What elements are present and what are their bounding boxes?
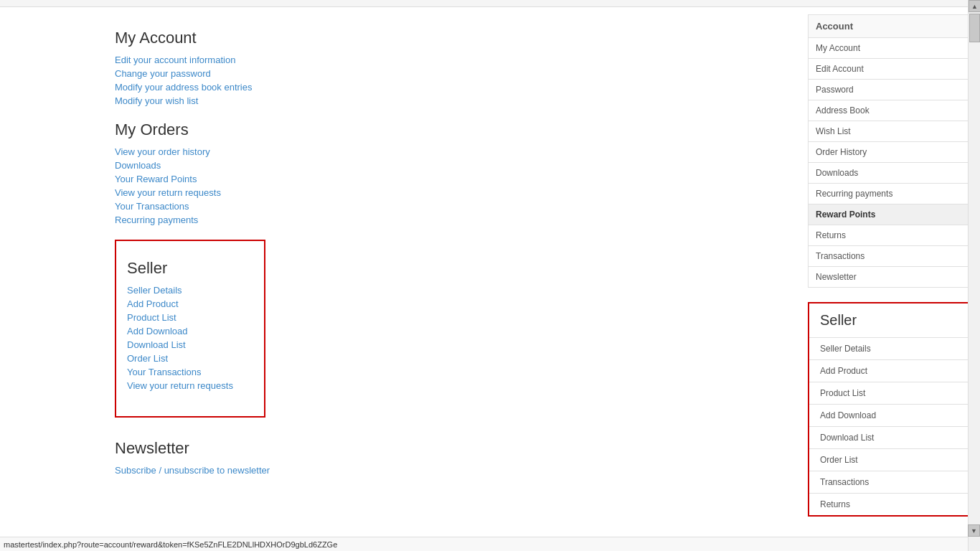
top-bar [0, 0, 980, 7]
list-item: Subscribe / unsubscribe to newsletter [115, 465, 786, 476]
modify-address-link[interactable]: Modify your address book entries [115, 82, 252, 93]
product-list-link[interactable]: Product List [127, 312, 176, 323]
add-product-link[interactable]: Add Product [127, 298, 179, 309]
right-sidebar: Account My Account Edit Account Password… [808, 7, 980, 551]
account-sidebar-nav: My Account Edit Account Password Address… [808, 37, 969, 288]
sidebar-seller-returns: Returns [809, 493, 968, 515]
sidebar-seller-transactions: Transactions [809, 471, 968, 493]
list-item: View your return requests [127, 380, 250, 391]
seller-sidebar-nav: Seller Details Add Product Product List … [809, 337, 968, 515]
list-item: Add Download [127, 326, 250, 336]
list-item: Seller Details [127, 285, 250, 296]
sidebar-seller-download-list: Download List [809, 426, 968, 448]
sidebar-seller-details: Seller Details [809, 337, 968, 359]
my-orders-title: My Orders [115, 121, 786, 139]
seller-links: Seller Details Add Product Product List … [127, 285, 250, 391]
list-item: Modify your address book entries [115, 82, 786, 93]
sidebar-item-newsletter: Newsletter [809, 267, 969, 287]
sidebar-item-transactions: Transactions [809, 246, 969, 267]
change-password-link[interactable]: Change your password [115, 68, 211, 79]
recurring-payments-link[interactable]: Recurring payments [115, 215, 198, 225]
list-item: Order List [127, 353, 250, 364]
sidebar-item-recurring-payments: Recurring payments [809, 184, 969, 204]
account-sidebar-section: Account My Account Edit Account Password… [808, 14, 969, 288]
my-account-links: Edit your account information Change you… [115, 55, 786, 106]
sidebar-item-downloads: Downloads [809, 163, 969, 184]
newsletter-title: Newsletter [115, 439, 786, 458]
status-bar: mastertest/index.php?route=account/rewar… [0, 537, 968, 551]
transactions-link[interactable]: Your Transactions [115, 201, 189, 212]
sidebar-seller-add-download: Add Download [809, 404, 968, 426]
main-content: My Account Edit your account information… [0, 7, 808, 551]
list-item: View your order history [115, 146, 786, 157]
return-requests-link[interactable]: View your return requests [115, 187, 221, 198]
scrollbar-thumb[interactable] [969, 14, 980, 42]
list-item: Recurring payments [115, 215, 786, 225]
seller-title: Seller [127, 259, 250, 278]
seller-sidebar-title: Seller [809, 303, 968, 337]
list-item: Your Reward Points [115, 174, 786, 184]
sidebar-item-returns: Returns [809, 225, 969, 246]
seller-return-requests-link[interactable]: View your return requests [127, 380, 233, 391]
list-item: Change your password [115, 68, 786, 79]
sidebar-seller-product-list: Product List [809, 382, 968, 404]
list-item: Edit your account information [115, 55, 786, 65]
reward-points-link[interactable]: Your Reward Points [115, 174, 197, 184]
sidebar-item-password: Password [809, 80, 969, 100]
sidebar-item-my-account: My Account [809, 38, 969, 59]
order-list-link[interactable]: Order List [127, 353, 168, 364]
add-download-link[interactable]: Add Download [127, 326, 188, 336]
sidebar-seller-add-product: Add Product [809, 359, 968, 382]
seller-sidebar-box: Seller Seller Details Add Product Produc… [808, 302, 969, 517]
page-wrapper: My Account Edit your account information… [0, 7, 980, 551]
subscribe-link[interactable]: Subscribe / unsubscribe to newsletter [115, 465, 270, 476]
sidebar-item-wish-list: Wish List [809, 121, 969, 142]
order-history-link[interactable]: View your order history [115, 146, 210, 157]
seller-details-link[interactable]: Seller Details [127, 285, 182, 296]
seller-section-box: Seller Seller Details Add Product Produc… [115, 240, 265, 418]
sidebar-item-address-book: Address Book [809, 100, 969, 121]
scrollbar-track: ▲ ▼ [968, 0, 980, 551]
scrollbar-up-button[interactable]: ▲ [969, 0, 980, 12]
account-sidebar-title: Account [808, 14, 969, 37]
my-account-title: My Account [115, 29, 786, 47]
list-item: Product List [127, 312, 250, 323]
sidebar-item-order-history: Order History [809, 142, 969, 163]
scrollbar-down-button[interactable]: ▼ [968, 524, 980, 537]
list-item: Download List [127, 339, 250, 350]
list-item: Downloads [115, 160, 786, 171]
edit-account-info-link[interactable]: Edit your account information [115, 55, 235, 65]
list-item: Modify your wish list [115, 95, 786, 106]
modify-wishlist-link[interactable]: Modify your wish list [115, 95, 198, 106]
sidebar-seller-order-list: Order List [809, 448, 968, 471]
seller-transactions-link[interactable]: Your Transactions [127, 367, 202, 377]
list-item: Your Transactions [127, 367, 250, 377]
list-item: Add Product [127, 298, 250, 309]
download-list-link[interactable]: Download List [127, 339, 186, 350]
status-url: mastertest/index.php?route=account/rewar… [4, 540, 337, 549]
newsletter-links: Subscribe / unsubscribe to newsletter [115, 465, 786, 476]
downloads-link[interactable]: Downloads [115, 160, 161, 171]
sidebar-item-reward-points: Reward Points [809, 204, 969, 225]
list-item: Your Transactions [115, 201, 786, 212]
my-orders-links: View your order history Downloads Your R… [115, 146, 786, 225]
sidebar-item-edit-account: Edit Account [809, 59, 969, 80]
list-item: View your return requests [115, 187, 786, 198]
